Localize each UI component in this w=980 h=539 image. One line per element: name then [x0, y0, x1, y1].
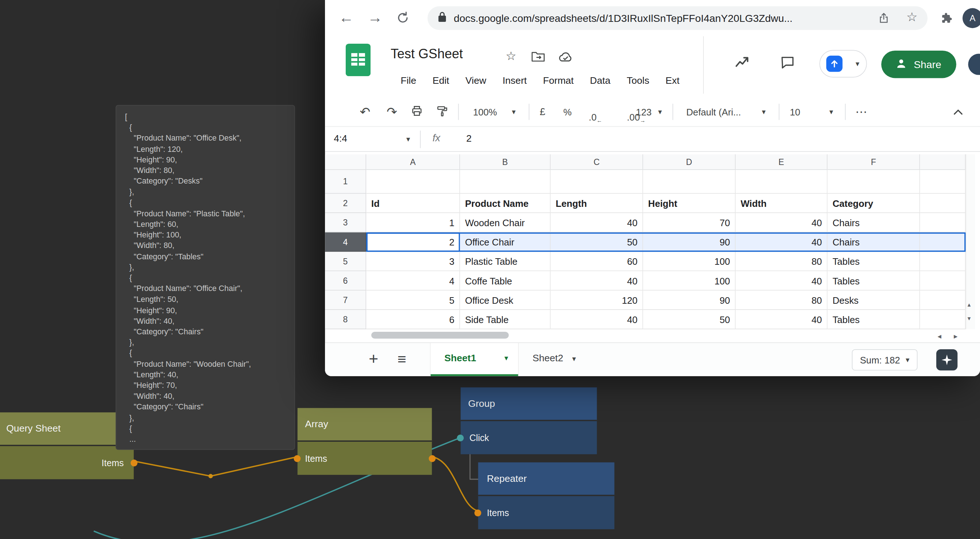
cell[interactable]: 70 — [643, 213, 735, 232]
node-array-header[interactable]: Array — [298, 408, 432, 440]
cell[interactable] — [920, 291, 966, 310]
add-sheet-button[interactable]: + — [369, 349, 378, 369]
corner-box[interactable] — [325, 154, 366, 170]
chevron-down-icon[interactable]: ▾ — [762, 107, 765, 116]
cell[interactable]: Chairs — [827, 213, 920, 232]
scroll-right-icon[interactable]: ▸ — [954, 332, 958, 340]
input-port-dot[interactable] — [294, 455, 301, 462]
cell[interactable] — [920, 232, 966, 252]
node-repeater-port-items[interactable]: Items — [478, 495, 614, 529]
output-port-dot[interactable] — [429, 455, 436, 462]
formula-input[interactable]: 2 — [466, 133, 472, 144]
cell[interactable]: Office Desk — [460, 291, 551, 310]
paint-format-icon[interactable] — [436, 105, 449, 119]
cell[interactable]: Tables — [827, 310, 920, 329]
cell[interactable]: 40 — [735, 213, 827, 232]
forward-icon[interactable]: → — [368, 10, 383, 25]
cell[interactable]: 80 — [735, 291, 827, 310]
cell[interactable] — [735, 170, 827, 194]
col-header-partial[interactable] — [920, 154, 966, 170]
cell[interactable]: 40 — [735, 232, 827, 252]
collapse-toolbar-icon[interactable] — [953, 107, 963, 117]
node-query-sheet[interactable]: Query Sheet Items — [0, 412, 134, 479]
cell[interactable] — [920, 170, 966, 194]
col-header-a[interactable]: A — [366, 154, 460, 170]
cell[interactable]: Tables — [827, 252, 920, 271]
col-header-e[interactable]: E — [735, 154, 827, 170]
percent-format-button[interactable]: % — [563, 107, 572, 117]
share-button[interactable]: Share — [881, 51, 956, 78]
redo-icon[interactable]: ↷ — [387, 105, 397, 119]
decrease-decimal-button[interactable]: .0← — [589, 112, 597, 122]
col-header-d[interactable]: D — [643, 154, 735, 170]
bookmark-star-icon[interactable]: ☆ — [907, 10, 918, 24]
cell[interactable]: 100 — [643, 252, 735, 271]
font-family-select[interactable]: Default (Ari... — [686, 107, 741, 117]
row-header-6[interactable]: 6 — [325, 271, 366, 291]
cell[interactable]: Id — [366, 194, 460, 213]
row-header-4[interactable]: 4 — [325, 232, 366, 252]
more-options-icon[interactable]: ⋯ — [855, 105, 867, 119]
address-bar[interactable]: docs.google.com/spreadsheets/d/1D3IRuxIl… — [427, 6, 927, 30]
scroll-left-icon[interactable]: ◂ — [937, 332, 941, 340]
node-group-header[interactable]: Group — [460, 388, 597, 420]
scroll-up-icon[interactable]: ▴ — [967, 302, 971, 308]
node-query-sheet-port-items[interactable]: Items — [0, 445, 134, 479]
cell[interactable]: Length — [550, 194, 643, 213]
menu-format[interactable]: Format — [535, 69, 582, 92]
number-format-button[interactable]: 123 — [636, 107, 652, 117]
cell[interactable]: Desks — [827, 291, 920, 310]
currency-format-button[interactable]: £ — [540, 107, 546, 118]
cell[interactable]: 6 — [366, 310, 460, 329]
cell[interactable] — [550, 170, 643, 194]
cell[interactable] — [643, 170, 735, 194]
cell[interactable]: Product Name — [460, 194, 551, 213]
cell[interactable]: 40 — [550, 213, 643, 232]
name-box-chevron-icon[interactable]: ▾ — [406, 135, 410, 144]
cell[interactable] — [920, 213, 966, 232]
cell[interactable]: Category — [827, 194, 920, 213]
cell[interactable]: 90 — [643, 291, 735, 310]
cell[interactable]: 4 — [366, 271, 460, 291]
account-avatar[interactable] — [968, 54, 980, 75]
all-sheets-menu-icon[interactable]: ≡ — [398, 350, 406, 368]
chevron-down-icon[interactable]: ▾ — [658, 107, 662, 116]
comment-icon[interactable] — [779, 54, 795, 73]
tab-sheet2[interactable]: Sheet2 ▾ — [533, 353, 576, 364]
sheets-logo-icon[interactable] — [346, 44, 371, 79]
cell[interactable] — [460, 170, 551, 194]
cell[interactable]: 40 — [735, 271, 827, 291]
cell[interactable]: 100 — [643, 271, 735, 291]
col-header-c[interactable]: C — [550, 154, 643, 170]
active-cell[interactable]: 2 — [366, 232, 460, 252]
cell[interactable] — [920, 271, 966, 291]
tab-sheet1[interactable]: Sheet1 ▾ — [430, 343, 519, 376]
cell[interactable]: 80 — [735, 252, 827, 271]
reload-icon[interactable] — [396, 11, 410, 27]
cell[interactable]: Height — [643, 194, 735, 213]
cell[interactable]: Coffe Table — [460, 271, 551, 291]
row-header-5[interactable]: 5 — [325, 252, 366, 271]
node-repeater[interactable]: Repeater Items — [478, 463, 614, 529]
cell[interactable]: 60 — [550, 252, 643, 271]
menu-data[interactable]: Data — [582, 69, 619, 92]
share-page-icon[interactable] — [878, 12, 890, 27]
row-header-8[interactable]: 8 — [325, 310, 366, 329]
row-header-7[interactable]: 7 — [325, 291, 366, 310]
sum-dropdown[interactable]: Sum: 182 ▾ — [852, 349, 917, 370]
menu-tools[interactable]: Tools — [619, 69, 658, 92]
undo-icon[interactable]: ↶ — [360, 105, 371, 119]
cell[interactable]: Plastic Table — [460, 252, 551, 271]
node-repeater-header[interactable]: Repeater — [478, 463, 614, 495]
explore-button[interactable] — [936, 349, 958, 370]
cell[interactable]: 40 — [735, 310, 827, 329]
menu-edit[interactable]: Edit — [425, 69, 457, 92]
move-folder-icon[interactable] — [531, 50, 545, 65]
col-header-b[interactable]: B — [460, 154, 551, 170]
cell[interactable]: Chairs — [827, 232, 920, 252]
cell[interactable]: 40 — [550, 271, 643, 291]
extensions-puzzle-icon[interactable] — [940, 12, 952, 27]
menu-extensions[interactable]: Ext — [658, 69, 688, 92]
cell[interactable] — [827, 170, 920, 194]
cell[interactable]: 50 — [643, 310, 735, 329]
